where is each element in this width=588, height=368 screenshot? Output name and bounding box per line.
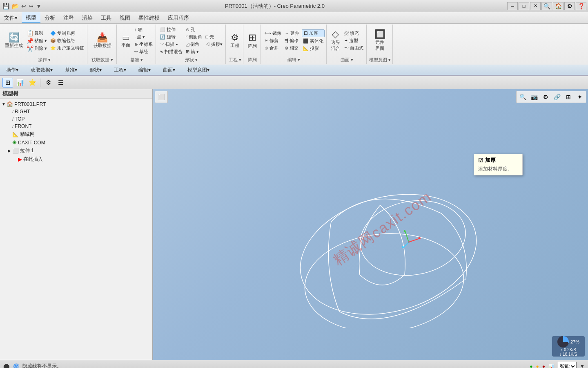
- help-icon[interactable]: ❓: [576, 2, 586, 10]
- tooltip-checkbox[interactable]: ☑: [478, 157, 483, 164]
- menu-file[interactable]: 文件▾: [0, 12, 22, 23]
- home-icon[interactable]: 🏠: [553, 2, 564, 10]
- tab-operations[interactable]: 操作▾: [0, 65, 24, 75]
- style-button[interactable]: ✦ 造型: [343, 37, 365, 44]
- menu-apps[interactable]: 应用程序: [164, 12, 193, 23]
- list-btn[interactable]: ☰: [55, 78, 66, 88]
- tree-view-button[interactable]: ⊞: [2, 78, 13, 88]
- settings-btn[interactable]: ⚙: [43, 78, 53, 88]
- point-button[interactable]: · 点 ▾: [133, 34, 154, 40]
- menu-annotate[interactable]: 注释: [59, 12, 78, 23]
- filter-button[interactable]: ⭐: [27, 78, 38, 88]
- close-button[interactable]: ✕: [530, 2, 541, 10]
- mirror-button[interactable]: ⟺ 镜像: [263, 30, 283, 37]
- vp-link-button[interactable]: 🔗: [552, 92, 562, 102]
- round-button[interactable]: ◜ 倒圆角: [185, 34, 203, 40]
- tab-model-intent[interactable]: 模型意图▾: [181, 65, 216, 75]
- fill-button[interactable]: ▨ 填充: [343, 30, 365, 37]
- tree-item-front[interactable]: / FRONT: [0, 123, 152, 130]
- vp-zoom-button[interactable]: 🔍: [517, 92, 528, 102]
- thicken-button[interactable]: ⧠ 加厚: [302, 29, 325, 37]
- vp-settings-button[interactable]: ⚙: [540, 92, 551, 102]
- search-icon[interactable]: 🔍: [541, 2, 552, 10]
- vp-grid-button[interactable]: ⊞: [563, 92, 574, 102]
- tab-surface[interactable]: 曲面▾: [157, 65, 181, 75]
- tab-datum[interactable]: 基准▾: [59, 65, 83, 75]
- project-button[interactable]: 📐 投影: [302, 45, 325, 52]
- menu-view[interactable]: 视图: [116, 12, 134, 23]
- paste-button[interactable]: 📌粘贴 ▾: [25, 37, 48, 45]
- axis-button[interactable]: ↕ 轴: [133, 26, 154, 33]
- sweep-blend-button[interactable]: ∿ 扫描混合: [158, 48, 184, 55]
- menu-analyze[interactable]: 分析: [40, 12, 59, 23]
- status-icon: ⬤: [3, 363, 10, 368]
- plane-button[interactable]: ▭ 平面: [119, 33, 132, 49]
- performance-icon[interactable]: 📊: [548, 364, 555, 368]
- pattern-button[interactable]: ⊞ 阵列: [246, 32, 259, 50]
- menu-render[interactable]: 渲染: [78, 12, 97, 23]
- extrude-button[interactable]: ⬜ 拉伸: [158, 26, 184, 33]
- udf-button[interactable]: ⭐ 用户定义特征: [49, 45, 85, 52]
- merge-button[interactable]: ⊕ 合并: [263, 45, 283, 52]
- tree-item-caxit[interactable]: ✳ CAXIT-COM: [0, 139, 152, 146]
- settings-icon[interactable]: ⚙: [564, 2, 575, 10]
- layer-view-button[interactable]: 📊: [15, 78, 25, 88]
- freestyle-button[interactable]: 〜 自由式: [343, 45, 365, 52]
- expand-icon[interactable]: ▼: [580, 364, 585, 368]
- tab-shape[interactable]: 形状▾: [83, 65, 108, 75]
- tree-item-extrude1[interactable]: ▶ ⬜ 拉伸 1: [0, 146, 152, 155]
- extend-button[interactable]: ↔ 延伸: [283, 30, 301, 37]
- engineering-button[interactable]: ⚙ 工程: [228, 32, 241, 49]
- boundary-blend-button[interactable]: ◇ 边界混合: [329, 29, 342, 52]
- menu-tools[interactable]: 工具: [97, 12, 116, 23]
- shell-button[interactable]: □ 壳: [204, 34, 224, 40]
- tree-item-jingcheng[interactable]: 📐 精诚网: [0, 130, 152, 139]
- open-icon[interactable]: 📂: [11, 3, 20, 9]
- tooltip-description: 添加材料厚度。: [478, 166, 518, 173]
- component-interface-button[interactable]: 🔲 元件界面: [373, 29, 387, 52]
- undo-icon[interactable]: ↩: [20, 3, 27, 9]
- vp-camera-button[interactable]: 📷: [529, 92, 539, 102]
- tab-getdata[interactable]: 获取数据▾: [24, 65, 59, 75]
- copy-button[interactable]: 📋复制: [25, 29, 48, 37]
- offset-button[interactable]: ⇶ 偏移: [283, 37, 301, 44]
- intersect-button[interactable]: ⊗ 相交: [283, 45, 301, 52]
- copy-geom-button[interactable]: 🔷 复制几何: [49, 30, 85, 37]
- csys-button[interactable]: ⊕ 坐标系: [133, 41, 154, 48]
- delete-button[interactable]: ✂️删除 ▾: [25, 45, 48, 52]
- viewport[interactable]: ⬜ 🔍 📷 ⚙ 🔗 ⊞ ✦: [153, 89, 588, 360]
- maximize-button[interactable]: □: [519, 2, 529, 10]
- solidify-button[interactable]: ⬛ 实体化: [302, 38, 325, 45]
- status-icon2[interactable]: 🌀: [13, 364, 19, 368]
- titlebar: 💾 📂 ↩ ↪ ▼ PRT0001（活动的）- Creo Parametric …: [0, 0, 588, 12]
- draft-button[interactable]: ◁ 拔模▾: [204, 41, 224, 48]
- vp-star-button[interactable]: ✦: [575, 92, 585, 102]
- tab-engineering[interactable]: 工程▾: [108, 65, 132, 75]
- display-mode-select[interactable]: 智能 线框 隐线: [558, 362, 577, 368]
- save-icon[interactable]: 💾: [2, 3, 10, 9]
- expand-root[interactable]: ▼: [2, 102, 6, 106]
- menu-flexible[interactable]: 柔性建模: [134, 12, 164, 23]
- rib-button[interactable]: ⊞ 筋 ▾: [185, 48, 203, 55]
- minimize-button[interactable]: ─: [507, 2, 518, 10]
- tree-item-root[interactable]: ▼ 🏠 PRT0001.PRT: [0, 100, 152, 108]
- expand-extrude1[interactable]: ▶: [7, 148, 11, 153]
- sketch-button[interactable]: ✏ 草绘: [133, 48, 154, 55]
- chamfer-button[interactable]: ◿ 倒角: [185, 41, 203, 48]
- tree-item-right[interactable]: / RIGHT: [0, 108, 152, 115]
- tree-item-top[interactable]: / TOP: [0, 115, 152, 123]
- getdata-button[interactable]: 📥 获取数据: [92, 32, 113, 49]
- customize-icon[interactable]: ▼: [35, 3, 42, 9]
- hole-button[interactable]: ⊙ 孔: [185, 26, 203, 33]
- tab-edit[interactable]: 编辑▾: [132, 65, 157, 75]
- shrink-wrap-button[interactable]: 📦 收缩包络: [49, 37, 85, 44]
- menu-model[interactable]: 模型: [22, 12, 40, 23]
- vp-select-button[interactable]: ⬜: [156, 92, 167, 102]
- 3d-model-view: [290, 140, 494, 328]
- sweep-button[interactable]: 〰 扫描 ▾: [158, 41, 184, 48]
- revolve-button[interactable]: 🔃 旋转: [158, 34, 184, 40]
- redo-icon[interactable]: ↪: [28, 3, 34, 9]
- regenerate-button[interactable]: 🔄 重新生成: [3, 32, 24, 49]
- trim-button[interactable]: ✂ 修剪: [263, 37, 283, 44]
- tree-item-insert-here[interactable]: ▶ 在此插入: [0, 155, 152, 164]
